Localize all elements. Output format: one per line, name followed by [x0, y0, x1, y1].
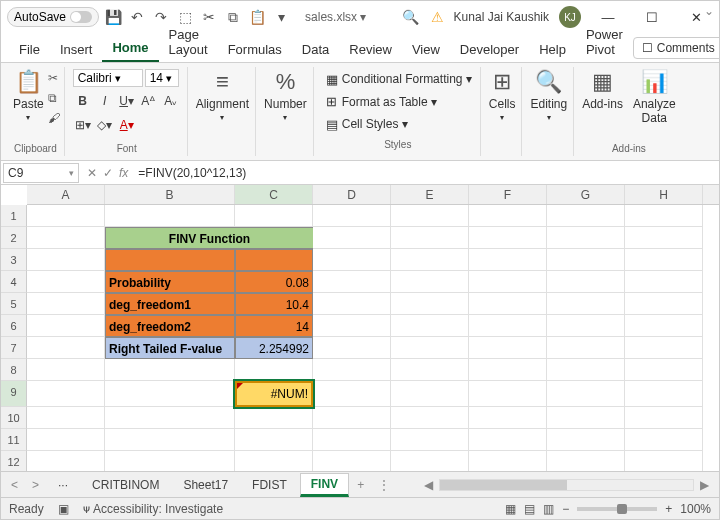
addins-button[interactable]: ▦Add-ins	[580, 67, 625, 127]
cell-title[interactable]: FINV Function	[105, 227, 313, 249]
view-pagelayout-icon[interactable]: ▤	[524, 502, 535, 516]
row-8[interactable]: 8	[1, 359, 27, 381]
font-size-select[interactable]: 14 ▾	[145, 69, 179, 87]
view-normal-icon[interactable]: ▦	[505, 502, 516, 516]
scroll-left-icon[interactable]: ◀	[418, 478, 439, 492]
format-as-table-button[interactable]: ⊞Format as Table ▾	[324, 94, 437, 110]
col-G[interactable]: G	[547, 185, 625, 204]
row-5[interactable]: 5	[1, 293, 27, 315]
bold-button[interactable]: B	[73, 91, 93, 111]
search-icon[interactable]: 🔍	[401, 7, 421, 27]
tab-home[interactable]: Home	[102, 34, 158, 62]
tab-help[interactable]: Help	[529, 36, 576, 62]
enter-formula-icon[interactable]: ✓	[103, 166, 113, 180]
col-H[interactable]: H	[625, 185, 703, 204]
comments-button[interactable]: ☐ Comments	[633, 37, 720, 59]
tab-powerpivot[interactable]: Power Pivot	[576, 21, 633, 62]
tab-data[interactable]: Data	[292, 36, 339, 62]
cell-C9[interactable]: ⚠#NUM!	[235, 381, 313, 407]
format-painter-icon[interactable]: 🖌	[48, 111, 60, 125]
cells-button[interactable]: ⊞Cells▾	[487, 67, 518, 124]
undo-icon[interactable]: ↶	[127, 7, 147, 27]
add-sheet-button[interactable]: +	[351, 478, 370, 492]
col-A[interactable]: A	[27, 185, 105, 204]
col-D[interactable]: D	[313, 185, 391, 204]
tab-developer[interactable]: Developer	[450, 36, 529, 62]
zoom-level[interactable]: 100%	[680, 502, 711, 516]
row-11[interactable]: 11	[1, 429, 27, 451]
sheet-tab-finv[interactable]: FINV	[300, 473, 349, 497]
cell-B4[interactable]: Probability	[105, 271, 235, 293]
row-6[interactable]: 6	[1, 315, 27, 337]
fill-color-button[interactable]: ◇▾	[95, 115, 115, 135]
autosave-toggle[interactable]: AutoSave	[7, 7, 99, 27]
number-button[interactable]: %Number▾	[262, 67, 309, 124]
cell-B7[interactable]: Right Tailed F-value	[105, 337, 235, 359]
row-4[interactable]: 4	[1, 271, 27, 293]
cell-C5[interactable]: 10.4	[235, 293, 313, 315]
col-F[interactable]: F	[469, 185, 547, 204]
sheet-more-icon[interactable]: ⋮	[372, 478, 396, 492]
zoom-slider[interactable]	[577, 507, 657, 511]
accessibility-status[interactable]: ᴪ Accessibility: Investigate	[83, 502, 223, 516]
cell-styles-button[interactable]: ▤Cell Styles ▾	[324, 116, 408, 132]
cell-B6[interactable]: deg_freedom2	[105, 315, 235, 337]
copy-icon[interactable]: ⧉	[223, 7, 243, 27]
filename-label[interactable]: sales.xlsx ▾	[305, 10, 366, 24]
copy-icon[interactable]: ⧉	[48, 91, 60, 105]
sheet-ellipsis[interactable]: ···	[47, 474, 79, 496]
cell-B5[interactable]: deg_freedom1	[105, 293, 235, 315]
alignment-button[interactable]: ≡Alignment▾	[194, 67, 251, 124]
save-icon[interactable]: 💾	[103, 7, 123, 27]
conditional-formatting-button[interactable]: ▦Conditional Formatting ▾	[324, 71, 472, 87]
sheet-tab-fdist[interactable]: FDIST	[241, 474, 298, 496]
cell-C4[interactable]: 0.08	[235, 271, 313, 293]
cell-C7[interactable]: 2.254992	[235, 337, 313, 359]
expand-formula-icon[interactable]: ⌄	[704, 4, 714, 18]
tab-view[interactable]: View	[402, 36, 450, 62]
scroll-right-icon[interactable]: ▶	[694, 478, 715, 492]
name-box[interactable]: C9▾	[3, 163, 79, 183]
tab-review[interactable]: Review	[339, 36, 402, 62]
fx-icon[interactable]: fx	[119, 166, 128, 180]
maximize-button[interactable]: ☐	[635, 3, 669, 31]
editing-button[interactable]: 🔍Editing▾	[528, 67, 569, 124]
zoom-in-button[interactable]: +	[665, 502, 672, 516]
sheet-nav-prev[interactable]: <	[5, 478, 24, 492]
view-pagebreak-icon[interactable]: ▥	[543, 502, 554, 516]
col-C[interactable]: C	[235, 185, 313, 204]
paste-icon[interactable]: 📋	[247, 7, 267, 27]
tab-insert[interactable]: Insert	[50, 36, 103, 62]
row-2[interactable]: 2	[1, 227, 27, 249]
cancel-formula-icon[interactable]: ✕	[87, 166, 97, 180]
font-color-button[interactable]: A▾	[117, 115, 137, 135]
tab-formulas[interactable]: Formulas	[218, 36, 292, 62]
font-name-select[interactable]: Calibri ▾	[73, 69, 143, 87]
row-3[interactable]: 3	[1, 249, 27, 271]
col-E[interactable]: E	[391, 185, 469, 204]
sheet-tab-critbinom[interactable]: CRITBINOM	[81, 474, 170, 496]
row-12[interactable]: 12	[1, 451, 27, 471]
tab-pagelayout[interactable]: Page Layout	[159, 21, 218, 62]
sheet-nav-next[interactable]: >	[26, 478, 45, 492]
analyze-data-button[interactable]: 📊Analyze Data	[631, 67, 678, 127]
grow-font-button[interactable]: Aᐞ	[139, 91, 159, 111]
formula-input[interactable]: =FINV(20,10^12,13)	[134, 164, 719, 182]
shrink-font-button[interactable]: Aᵥ	[161, 91, 181, 111]
borders-button[interactable]: ⊞▾	[73, 115, 93, 135]
col-B[interactable]: B	[105, 185, 235, 204]
column-headers[interactable]: A B C D E F G H	[27, 185, 719, 205]
sheet-tab-sheet17[interactable]: Sheet17	[172, 474, 239, 496]
warning-icon[interactable]: ⚠	[431, 9, 444, 25]
macro-icon[interactable]: ▣	[58, 502, 69, 516]
italic-button[interactable]: I	[95, 91, 115, 111]
h-scrollbar[interactable]	[439, 479, 694, 491]
paste-button[interactable]: 📋 Paste▾	[11, 67, 46, 125]
zoom-out-button[interactable]: −	[562, 502, 569, 516]
underline-button[interactable]: U▾	[117, 91, 137, 111]
qat-dropdown-icon[interactable]: ▾	[271, 7, 291, 27]
row-1[interactable]: 1	[1, 205, 27, 227]
row-7[interactable]: 7	[1, 337, 27, 359]
tab-file[interactable]: File	[9, 36, 50, 62]
row-10[interactable]: 10	[1, 407, 27, 429]
